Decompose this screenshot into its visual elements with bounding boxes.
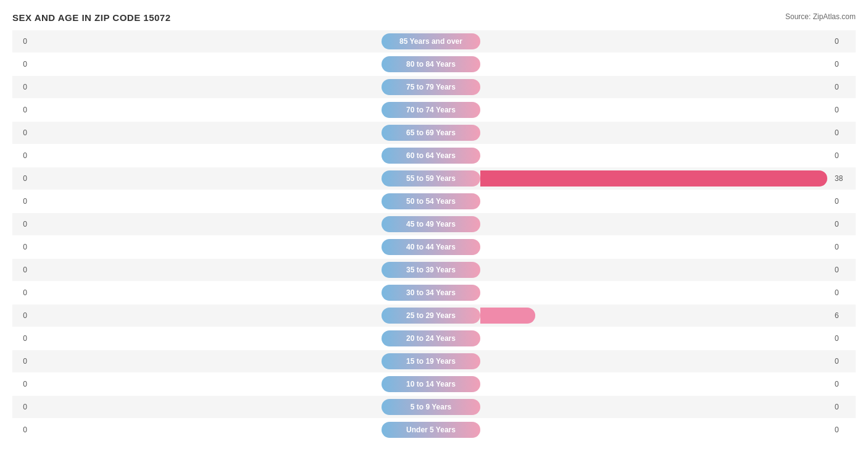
left-value: 0 — [12, 151, 31, 160]
center-label: 20 to 24 Years — [382, 330, 480, 346]
right-bar-area — [480, 216, 831, 232]
right-bar-area — [480, 262, 831, 278]
bar-row: 0 45 to 49 Years 0 — [12, 213, 856, 235]
left-bar-area — [31, 102, 382, 118]
female-bar — [480, 308, 535, 324]
left-bar-area — [31, 422, 382, 438]
right-value: 0 — [831, 197, 856, 206]
right-value: 0 — [831, 266, 856, 274]
left-bar-area — [31, 239, 382, 255]
left-value: 0 — [12, 37, 31, 46]
center-label: 85 Years and over — [382, 33, 480, 49]
right-value: 0 — [831, 357, 856, 366]
right-value: 0 — [831, 334, 856, 343]
bar-row: 0 80 to 84 Years 0 — [12, 53, 856, 75]
left-value: 0 — [12, 311, 31, 320]
left-value: 0 — [12, 174, 31, 183]
source-text: Source: ZipAtlas.com — [785, 12, 856, 21]
bars-wrapper: 45 to 49 Years — [31, 213, 831, 235]
left-value: 0 — [12, 288, 31, 297]
center-label: 5 to 9 Years — [382, 399, 480, 415]
bar-row: 0 35 to 39 Years 0 — [12, 259, 856, 281]
right-value: 0 — [831, 83, 856, 91]
left-bar-area — [31, 308, 382, 324]
center-label: 55 to 59 Years — [382, 170, 480, 187]
center-label: Under 5 Years — [382, 422, 480, 438]
left-value: 0 — [12, 357, 31, 366]
left-value: 0 — [12, 220, 31, 228]
left-bar-area — [31, 148, 382, 164]
bars-wrapper: 10 to 14 Years — [31, 373, 831, 395]
bars-wrapper: 60 to 64 Years — [31, 145, 831, 167]
right-value: 0 — [831, 380, 856, 388]
left-bar-area — [31, 330, 382, 346]
right-bar-area — [480, 330, 831, 346]
right-value: 0 — [831, 288, 856, 297]
right-bar-area — [480, 125, 831, 141]
bars-wrapper: 85 Years and over — [31, 30, 831, 52]
left-bar-area — [31, 262, 382, 278]
right-bar-area — [480, 170, 831, 187]
right-value: 0 — [831, 60, 856, 69]
right-value: 0 — [831, 106, 856, 114]
right-bar-area — [480, 285, 831, 301]
bar-row: 0 65 to 69 Years 0 — [12, 122, 856, 144]
bar-row: 0 Under 5 Years 0 — [12, 419, 856, 441]
left-bar-area — [31, 376, 382, 392]
left-bar-area — [31, 353, 382, 369]
left-value: 0 — [12, 403, 31, 411]
center-label: 45 to 49 Years — [382, 216, 480, 232]
left-bar-area — [31, 285, 382, 301]
bar-row: 0 60 to 64 Years 0 — [12, 145, 856, 167]
center-label: 30 to 34 Years — [382, 285, 480, 301]
bar-row: 0 10 to 14 Years 0 — [12, 373, 856, 395]
bars-wrapper: 35 to 39 Years — [31, 259, 831, 281]
bar-row: 0 55 to 59 Years 38 — [12, 167, 856, 190]
right-value: 0 — [831, 128, 856, 137]
left-value: 0 — [12, 380, 31, 388]
right-value: 0 — [831, 426, 856, 434]
left-value: 0 — [12, 426, 31, 434]
left-value: 0 — [12, 106, 31, 114]
left-bar-area — [31, 216, 382, 232]
right-bar-area — [480, 148, 831, 164]
center-label: 25 to 29 Years — [382, 308, 480, 324]
left-bar-area — [31, 399, 382, 415]
right-bar-area — [480, 308, 831, 324]
center-label: 80 to 84 Years — [382, 56, 480, 72]
left-bar-area — [31, 193, 382, 209]
bars-wrapper: 15 to 19 Years — [31, 350, 831, 372]
right-bar-area — [480, 353, 831, 369]
right-value: 0 — [831, 37, 856, 46]
right-bar-area — [480, 376, 831, 392]
left-value: 0 — [12, 197, 31, 206]
title-row: SEX AND AGE IN ZIP CODE 15072 Source: Zi… — [12, 12, 856, 23]
bars-wrapper: 55 to 59 Years — [31, 167, 831, 190]
left-bar-area — [31, 170, 382, 187]
bars-wrapper: 20 to 24 Years — [31, 327, 831, 350]
center-label: 50 to 54 Years — [382, 193, 480, 209]
bars-wrapper: 40 to 44 Years — [31, 236, 831, 258]
left-bar-area — [31, 79, 382, 95]
right-bar-area — [480, 33, 831, 49]
female-bar — [480, 170, 827, 187]
right-value: 0 — [831, 243, 856, 251]
center-label: 35 to 39 Years — [382, 262, 480, 278]
left-value: 0 — [12, 334, 31, 343]
bar-row: 0 15 to 19 Years 0 — [12, 350, 856, 372]
bars-wrapper: 5 to 9 Years — [31, 396, 831, 418]
left-bar-area — [31, 56, 382, 72]
center-label: 75 to 79 Years — [382, 79, 480, 95]
bars-wrapper: 65 to 69 Years — [31, 122, 831, 144]
right-value: 0 — [831, 220, 856, 228]
right-bar-area — [480, 399, 831, 415]
center-label: 15 to 19 Years — [382, 353, 480, 369]
bar-row: 0 5 to 9 Years 0 — [12, 396, 856, 418]
bars-wrapper: 50 to 54 Years — [31, 190, 831, 212]
chart-area: 0 85 Years and over 0 0 80 to 84 Years 0… — [12, 30, 856, 395]
bars-wrapper: 30 to 34 Years — [31, 282, 831, 304]
right-bar-area — [480, 239, 831, 255]
right-value: 38 — [831, 174, 856, 183]
center-label: 70 to 74 Years — [382, 102, 480, 118]
bar-row: 0 40 to 44 Years 0 — [12, 236, 856, 258]
